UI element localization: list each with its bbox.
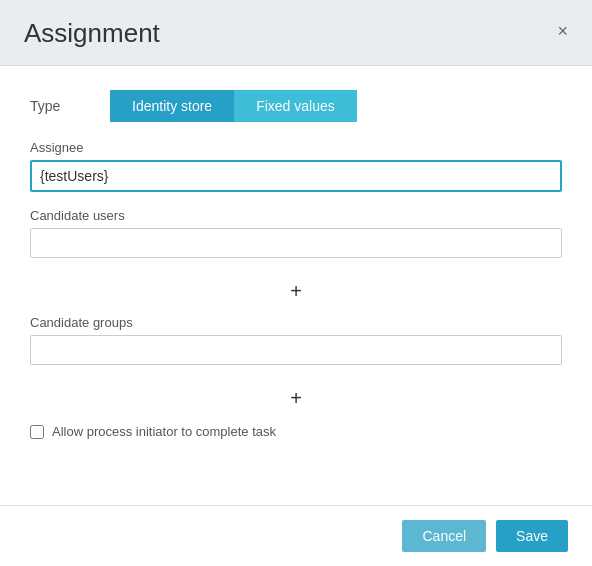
- dialog-header: Assignment ×: [0, 0, 592, 66]
- assignee-input[interactable]: [30, 160, 562, 192]
- save-button[interactable]: Save: [496, 520, 568, 552]
- allow-initiator-checkbox[interactable]: [30, 425, 44, 439]
- dialog-footer: Cancel Save: [0, 505, 592, 566]
- add-candidate-users-button[interactable]: +: [30, 278, 562, 305]
- candidate-groups-group: Candidate groups: [30, 315, 562, 365]
- allow-initiator-label: Allow process initiator to complete task: [52, 424, 276, 439]
- add-candidate-groups-button[interactable]: +: [30, 385, 562, 412]
- assignee-label: Assignee: [30, 140, 562, 155]
- candidate-groups-input[interactable]: [30, 335, 562, 365]
- candidate-users-input[interactable]: [30, 228, 562, 258]
- candidate-users-group: Candidate users: [30, 208, 562, 258]
- dialog-body: Type Identity store Fixed values Assigne…: [0, 66, 592, 505]
- type-btn-identity-store[interactable]: Identity store: [110, 90, 234, 122]
- assignee-group: Assignee: [30, 140, 562, 192]
- type-buttons: Identity store Fixed values: [110, 90, 357, 122]
- candidate-groups-label: Candidate groups: [30, 315, 562, 330]
- candidate-users-label: Candidate users: [30, 208, 562, 223]
- checkbox-row: Allow process initiator to complete task: [30, 424, 562, 439]
- type-row: Type Identity store Fixed values: [30, 90, 562, 122]
- type-btn-fixed-values[interactable]: Fixed values: [234, 90, 357, 122]
- type-label: Type: [30, 98, 110, 114]
- close-button[interactable]: ×: [557, 22, 568, 40]
- cancel-button[interactable]: Cancel: [402, 520, 486, 552]
- assignment-dialog: Assignment × Type Identity store Fixed v…: [0, 0, 592, 566]
- dialog-title: Assignment: [24, 18, 160, 49]
